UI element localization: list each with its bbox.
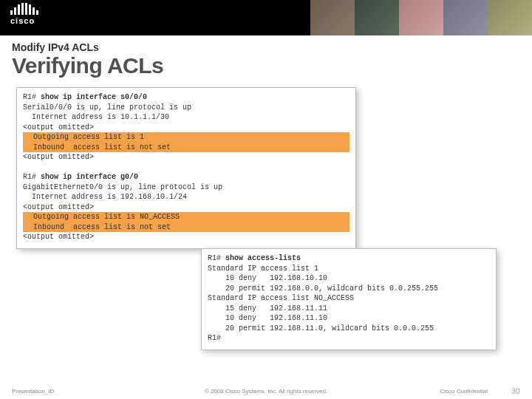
cli-line: <output omitted> — [23, 152, 349, 163]
cli-line: 10 deny 192.168.11.10 — [208, 313, 490, 324]
cli-line: R1# — [208, 333, 490, 344]
terminal-output-1: R1# show ip interface s0/0/0 Serial0/0/0… — [16, 87, 356, 249]
cli-line: 15 deny 192.168.11.11 — [208, 304, 490, 314]
cli-line-highlight: Outgoing access list is NO_ACCESS — [23, 212, 349, 222]
cli-line: Internet address is 192.168.10.1/24 — [23, 192, 349, 202]
slide: cisco Modify IPv4 ACLs Verifying ACLs R1… — [0, 0, 532, 399]
cisco-logo: cisco — [10, 3, 38, 25]
page-number: 30 — [511, 386, 520, 395]
cli-command: show ip interface s0/0/0 — [41, 93, 147, 101]
cli-line: 20 permit 192.168.0.0, wildcard bits 0.0… — [208, 284, 490, 294]
confidential-label: Cisco Confidential — [440, 388, 488, 395]
cli-line: 10 deny 192.168.10.10 — [208, 273, 490, 284]
cli-prompt: R1# — [208, 254, 225, 262]
cli-command: show ip interface g0/0 — [41, 173, 138, 181]
cli-line — [23, 163, 349, 173]
cli-line: R1# show ip interface s0/0/0 — [23, 92, 349, 103]
cli-line-highlight: Outgoing access list is 1 — [23, 132, 349, 143]
cli-line: <output omitted> — [23, 202, 349, 213]
cli-line: <output omitted> — [23, 232, 349, 242]
cli-line: Standard IP access list 1 — [208, 264, 490, 274]
cli-line: GigabitEthernet0/0 is up, line protocol … — [23, 183, 349, 193]
cli-line: <output omitted> — [23, 123, 349, 133]
cli-prompt: R1# — [23, 173, 41, 181]
cli-line: R1# show access-lists — [208, 253, 490, 264]
cli-line-highlight: Inbound access list is not set — [23, 143, 349, 153]
cisco-logo-text: cisco — [10, 16, 38, 25]
cli-line: 20 permit 192.168.11.0, wildcard bits 0.… — [208, 324, 490, 334]
slide-subtitle: Modify IPv4 ACLs — [12, 41, 99, 53]
cli-line: Serial0/0/0 is up, line protocol is up — [23, 103, 349, 113]
footer: Presentation_ID © 2008 Cisco Systems, In… — [0, 383, 532, 399]
header-image-strip — [310, 0, 532, 35]
cli-line: R1# show ip interface g0/0 — [23, 172, 349, 183]
cisco-logo-bars — [10, 3, 38, 15]
top-bar: cisco — [0, 0, 532, 35]
copyright: © 2008 Cisco Systems, Inc. All rights re… — [205, 388, 327, 395]
cli-prompt: R1# — [23, 93, 41, 101]
cli-line-highlight: Inbound access list is not set — [23, 222, 349, 233]
cli-line: Internet address is 10.1.1.1/30 — [23, 112, 349, 123]
cli-command: show access-lists — [225, 254, 301, 262]
cli-line: Standard IP access list NO_ACCESS — [208, 293, 490, 304]
slide-title: Verifying ACLs — [12, 53, 163, 78]
terminal-output-2: R1# show access-lists Standard IP access… — [201, 248, 497, 350]
presentation-id: Presentation_ID — [12, 388, 54, 395]
